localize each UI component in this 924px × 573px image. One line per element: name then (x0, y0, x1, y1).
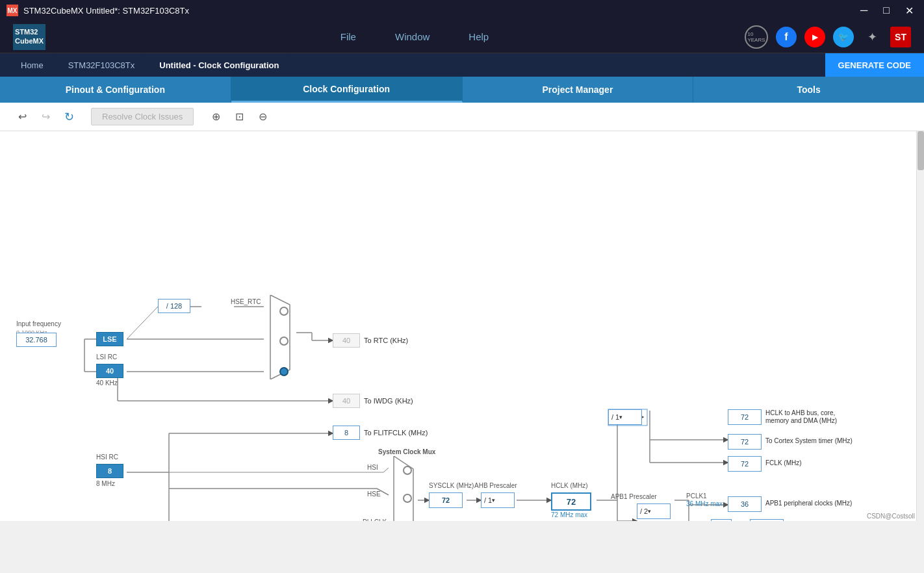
ahb-div-dropdown[interactable]: / 1 (481, 492, 515, 508)
rtc-mux-lse-radio[interactable] (279, 337, 289, 346)
resolve-clock-button[interactable]: Resolve Clock Issues (91, 108, 194, 125)
input-freq-value[interactable]: 32.768 (16, 333, 57, 347)
hclk-mhz-label: HCLK (MHz) (551, 482, 588, 489)
clock-area: Input frequency 0-1000 KHz 32.768 LSE LS… (0, 131, 924, 521)
breadcrumb-home[interactable]: Home (13, 53, 51, 77)
sysclk-value[interactable]: 72 (429, 492, 463, 508)
svg-line-27 (383, 468, 389, 472)
tab-clock[interactable]: Clock Configuration (231, 77, 463, 103)
sysclk-label: SYSCLK (MHz) (429, 482, 474, 489)
hclk-value[interactable]: 72 (551, 492, 591, 511)
lsi-value[interactable]: 40 (96, 364, 123, 378)
svg-line-59 (127, 307, 158, 339)
generate-code-button[interactable]: GENERATE CODE (825, 53, 924, 77)
window-controls[interactable]: ─ □ ✕ (856, 5, 918, 17)
hsi-mux-label: HSI (367, 464, 378, 471)
twitter-icon[interactable]: 🐦 (833, 27, 854, 47)
apb1-periph-label: APB1 peripheral clocks (MHz) (765, 500, 852, 507)
facebook-icon[interactable]: f (776, 27, 797, 47)
undo-button[interactable]: ↩ (13, 108, 31, 126)
cortex-timer-label: To Cortex System timer (MHz) (765, 437, 853, 444)
maximize-button[interactable]: □ (879, 5, 893, 17)
sys-mux-hsi-radio[interactable] (403, 466, 412, 475)
lse-block[interactable]: LSE (96, 332, 123, 346)
hclk-max-label: 72 MHz max (551, 511, 587, 518)
menu-items: File Window Help (84, 31, 745, 42)
cortex-value[interactable]: 72 (728, 434, 762, 450)
hclk-div1-dropdown[interactable]: / 1 (608, 409, 642, 425)
close-button[interactable]: ✕ (901, 5, 918, 17)
breadcrumb-current[interactable]: Untitled - Clock Configuration (151, 53, 287, 77)
file-menu[interactable]: File (340, 31, 356, 42)
sys-clk-mux (389, 456, 418, 521)
scrollbar[interactable] (916, 131, 924, 521)
tab-tools[interactable]: Tools (693, 77, 924, 103)
zoom-out-button[interactable]: ⊖ (253, 108, 272, 126)
logo-text: STM32CubeMX (15, 28, 44, 45)
apb1-prescaler-label: APB1 Prescaler (611, 493, 657, 500)
pllclk-mux-label: PLLCLK (363, 518, 387, 521)
hse-rtc-label: HSE_RTC (231, 298, 261, 305)
svg-marker-62 (394, 456, 413, 521)
sys-clk-mux-label: System Clock Mux (378, 448, 435, 455)
main-tabs: Pinout & Configuration Clock Configurati… (0, 77, 924, 103)
apb1-x2[interactable]: X 2 (711, 519, 732, 521)
flit-value[interactable]: 8 (333, 426, 360, 440)
tab-pinout[interactable]: Pinout & Configuration (0, 77, 231, 103)
fclk-label: FCLK (MHz) (765, 459, 802, 466)
window-title: STM32CubeMX Untitled*: STM32F103C8Tx (23, 6, 856, 16)
rtc-mux-hse-radio[interactable] (279, 307, 289, 316)
iwdg-value[interactable]: 40 (333, 394, 360, 408)
to-iwdg-label: To IWDG (KHz) (364, 397, 413, 405)
lsi-unit: 40 KHz (96, 379, 118, 387)
lsi-rc-label: LSI RC (96, 353, 117, 361)
to-flit-label: To FLITFCLK (MHz) (364, 429, 428, 437)
minimize-button[interactable]: ─ (856, 5, 871, 17)
breadcrumb-bar: Home ❯ STM32F103C8Tx ❯ Untitled - Clock … (0, 53, 924, 77)
tab-project[interactable]: Project Manager (463, 77, 694, 103)
sys-mux-hse-radio[interactable] (403, 494, 412, 503)
ahb-prescaler-label: AHB Prescaler (474, 482, 517, 489)
hclk-ahb-label: HCLK to AHB bus, core, (765, 409, 835, 416)
help-menu[interactable]: Help (468, 31, 489, 42)
breadcrumb-device[interactable]: STM32F103C8Tx (60, 53, 143, 77)
scrollbar-thumb[interactable] (918, 131, 924, 170)
hse-mux-label: HSE (367, 490, 381, 498)
window-menu[interactable]: Window (395, 31, 430, 42)
zoom-in-button[interactable]: ⊕ (207, 108, 225, 126)
title-bar: MX STM32CubeMX Untitled*: STM32F103C8Tx … (0, 0, 924, 21)
hsi-unit: 8 MHz (96, 480, 115, 487)
logo-box: STM32CubeMX (13, 24, 45, 50)
div128-box[interactable]: / 128 (158, 299, 190, 313)
youtube-icon[interactable]: ▶ (804, 27, 825, 47)
network-icon[interactable]: ✦ (862, 27, 882, 47)
menu-bar: STM32CubeMX File Window Help 10YEARS f ▶… (0, 21, 924, 53)
footer-text: CSDN@Costsoll (867, 513, 915, 520)
toolbar: ↩ ↪ ↻ Resolve Clock Issues ⊕ ⊡ ⊖ (0, 103, 924, 131)
apb1-periph-value[interactable]: 36 (728, 496, 762, 512)
app-logo: STM32CubeMX (13, 24, 45, 50)
fit-button[interactable]: ⊡ (230, 108, 248, 126)
hsi-rc-label: HSI RC (96, 453, 118, 461)
refresh-button[interactable]: ↻ (60, 108, 78, 126)
st-icon[interactable]: ST (890, 27, 911, 47)
fclk-value[interactable]: 72 (728, 456, 762, 472)
rtc-mux-lsi-radio[interactable] (279, 367, 289, 376)
pclk1-label: PCLK1 (686, 492, 707, 500)
to-rtc-label: To RTC (KHz) (364, 337, 408, 344)
hclk-ahb-label2: memory and DMA (MHz) (765, 417, 837, 424)
badge-icon: 10YEARS (745, 25, 768, 49)
pclk1-max: 36 MHz max (686, 500, 723, 507)
rtc-value[interactable]: 40 (333, 333, 360, 348)
hsi-value[interactable]: 8 (96, 464, 123, 478)
social-icons: 10YEARS f ▶ 🐦 ✦ ST (745, 25, 911, 49)
app-icon: MX (6, 5, 18, 16)
apb1-div-dropdown[interactable]: / 2 (637, 503, 671, 519)
hclk-ahb-value[interactable]: 72 (728, 409, 762, 425)
redo-button[interactable]: ↪ (36, 108, 55, 126)
apb1-timer-value[interactable]: 72 (750, 519, 784, 521)
